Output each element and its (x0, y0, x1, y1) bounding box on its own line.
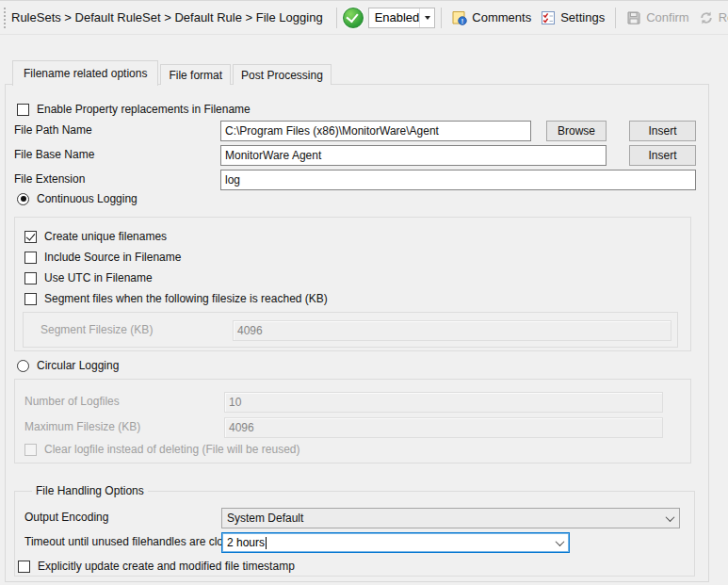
reset-button: Reset (694, 8, 728, 28)
confirm-button: Confirm (622, 8, 694, 28)
file-path-label: File Path Name (14, 123, 92, 137)
chevron-down-icon[interactable] (660, 509, 679, 528)
create-unique-filenames-checkbox[interactable]: Create unique filenames (24, 230, 167, 243)
checkbox[interactable] (24, 293, 37, 305)
comments-label: Comments (472, 10, 531, 24)
file-base-input[interactable]: MonitorWare Agent (220, 145, 607, 166)
include-source-checkbox[interactable]: Include Source in Filename (24, 251, 181, 264)
file-base-label: File Base Name (14, 148, 94, 161)
settings-label: Settings (560, 10, 605, 24)
maximum-filesize-label: Maximum Filesize (KB) (24, 420, 140, 433)
number-of-logfiles-label: Number of Logfiles (24, 395, 120, 408)
maximum-filesize-input: 4096 (224, 417, 663, 438)
segment-files-checkbox[interactable]: Segment files when the following filesiz… (24, 292, 328, 305)
circular-options-group: Number of Logfiles 10 Maximum Filesize (… (14, 379, 691, 463)
timeout-dropdown[interactable]: 2 hours (221, 532, 570, 553)
settings-checklist-icon (541, 10, 556, 25)
toolbar-grip[interactable] (4, 8, 6, 28)
output-encoding-dropdown[interactable]: System Default (221, 508, 680, 528)
radio[interactable] (17, 360, 29, 372)
enabled-check-icon (343, 8, 364, 28)
tab-post-processing[interactable]: Post Processing (233, 64, 332, 85)
number-of-logfiles-input: 10 (224, 392, 663, 413)
segment-filesize-group: Segment Filesize (KB) 4096 (23, 312, 678, 348)
use-utc-checkbox[interactable]: Use UTC in Filename (24, 271, 153, 284)
circular-logging-radio[interactable]: Circular Logging (17, 359, 119, 372)
continuous-logging-radio[interactable]: Continuous Logging (17, 192, 138, 205)
confirm-save-icon (626, 10, 641, 25)
toolbar-separator (441, 8, 442, 28)
chevron-down-icon[interactable] (550, 533, 569, 552)
file-extension-input[interactable]: log (220, 170, 696, 190)
timeout-label: Timeout until unused filehandles are clo… (24, 535, 241, 548)
checkbox (24, 444, 37, 456)
segment-filesize-input: 4096 (233, 320, 671, 341)
enable-property-checkbox[interactable]: Enable Property replacements in Filename (17, 103, 251, 116)
file-path-insert-button[interactable]: Insert (629, 121, 696, 141)
file-base-insert-button[interactable]: Insert (629, 145, 696, 166)
reset-icon (699, 10, 714, 25)
reset-label: Reset (719, 10, 728, 24)
rule-state-dropdown[interactable]: Enabled (368, 8, 436, 28)
tab-file-format[interactable]: File format (160, 64, 231, 85)
breadcrumb: RuleSets > Default RuleSet > Default Rul… (11, 10, 323, 24)
file-handling-options-title: File Handling Options (32, 484, 148, 497)
tab-strip: Filename related options File format Pos… (12, 59, 333, 85)
output-encoding-label: Output Encoding (24, 511, 108, 524)
browse-button[interactable]: Browse (546, 121, 607, 141)
segment-filesize-label: Segment Filesize (KB) (40, 323, 153, 336)
file-extension-label: File Extension (14, 172, 85, 186)
svg-text:!: ! (461, 17, 463, 24)
confirm-label: Confirm (646, 10, 689, 24)
text-cursor (266, 537, 267, 549)
explicit-update-checkbox[interactable]: Explicitly update create and modified fi… (18, 560, 295, 573)
checkbox[interactable] (24, 252, 37, 264)
checkbox[interactable] (17, 104, 29, 116)
chevron-down-icon[interactable] (419, 8, 434, 27)
comments-button[interactable]: ! Comments (447, 8, 536, 28)
tab-filename-related-options[interactable]: Filename related options (12, 60, 158, 86)
checkbox[interactable] (24, 231, 37, 243)
file-handling-options-group: File Handling Options Output Encoding Sy… (14, 491, 695, 577)
checkbox[interactable] (24, 272, 37, 284)
clear-logfile-checkbox: Clear logfile instead of deleting (File … (24, 443, 299, 456)
rule-state-value: Enabled (369, 10, 420, 24)
toolbar: RuleSets > Default RuleSet > Default Rul… (0, 1, 728, 35)
file-logging-window: RuleSets > Default RuleSet > Default Rul… (0, 0, 728, 585)
toolbar-separator (615, 8, 616, 28)
radio[interactable] (17, 193, 29, 205)
continuous-options-group: Create unique filenames Include Source i… (14, 217, 691, 351)
toolbar-separator (336, 8, 337, 28)
checkbox[interactable] (18, 561, 30, 573)
file-path-input[interactable]: C:\Program Files (x86)\MonitorWare\Agent (220, 121, 531, 141)
settings-button[interactable]: Settings (536, 8, 609, 28)
filename-options-panel: Enable Property replacements in Filename… (5, 84, 709, 582)
comments-note-icon: ! (452, 10, 467, 25)
